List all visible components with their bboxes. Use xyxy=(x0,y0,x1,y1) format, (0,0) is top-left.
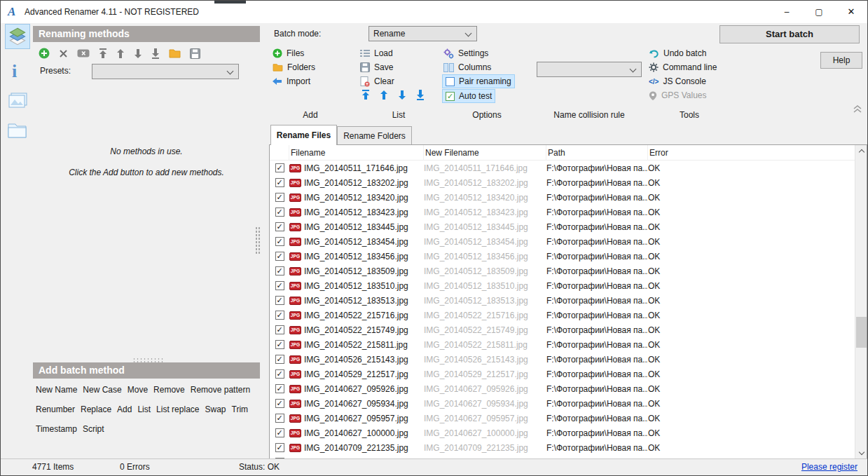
method-link-swap[interactable]: Swap xyxy=(205,404,226,414)
method-link-replace[interactable]: Replace xyxy=(81,404,111,414)
row-checkbox[interactable]: ✓ xyxy=(275,355,284,364)
header-checkbox-column[interactable] xyxy=(270,145,289,161)
save-preset-icon[interactable] xyxy=(190,48,200,59)
undo-batch-button[interactable]: Undo batch xyxy=(649,47,706,60)
presets-select[interactable] xyxy=(92,64,239,79)
table-row[interactable]: ✓ JPG IMG_20140627_095934.jpg IMG_201406… xyxy=(270,396,855,411)
row-checkbox[interactable]: ✓ xyxy=(275,193,284,202)
start-batch-button[interactable]: Start batch xyxy=(719,25,860,43)
table-row[interactable]: ✓ JPG IMG_20140627_095926.jpg IMG_201406… xyxy=(270,381,855,396)
scroll-down-button[interactable] xyxy=(855,447,867,459)
list-move-down-icon[interactable] xyxy=(398,90,406,100)
command-line-button[interactable]: Command line xyxy=(649,61,717,74)
table-row[interactable]: ✓ JPG IMG_20140512_183445.jpg IMG_201405… xyxy=(270,219,855,234)
auto-test-toggle[interactable]: ✓ Auto test xyxy=(442,89,495,103)
panel-splitter-handle[interactable] xyxy=(132,358,163,362)
row-checkbox[interactable]: ✓ xyxy=(275,296,284,305)
header-new-filename[interactable]: New Filename xyxy=(424,145,546,161)
row-checkbox[interactable]: ✓ xyxy=(275,340,284,349)
collapse-toolbar-icon[interactable] xyxy=(853,104,862,114)
settings-button[interactable]: Settings xyxy=(443,47,488,60)
table-row[interactable]: ✓ JPG IMG_20140526_215143.jpg IMG_201405… xyxy=(270,352,855,367)
vertical-splitter-handle[interactable] xyxy=(255,226,260,254)
list-move-up-icon[interactable] xyxy=(380,90,388,100)
header-filename[interactable]: Filename xyxy=(289,145,424,161)
clear-methods-icon[interactable] xyxy=(77,49,90,57)
table-row[interactable]: ✓ JPG IMG_20140512_183420.jpg IMG_201405… xyxy=(270,190,855,205)
add-method-icon[interactable] xyxy=(39,48,50,59)
list-save-button[interactable]: Save xyxy=(360,61,393,74)
method-link-new-name[interactable]: New Name xyxy=(36,385,77,395)
help-button[interactable]: Help xyxy=(820,52,862,69)
row-checkbox[interactable]: ✓ xyxy=(275,414,284,423)
row-checkbox[interactable]: ✓ xyxy=(275,369,284,379)
list-move-top-icon[interactable] xyxy=(361,90,370,100)
columns-button[interactable]: Columns xyxy=(443,61,491,74)
header-error[interactable]: Error xyxy=(648,145,867,161)
scroll-up-button[interactable] xyxy=(855,145,867,157)
minimize-button[interactable]: – xyxy=(771,1,803,23)
move-bottom-icon[interactable] xyxy=(151,48,160,59)
sidebar-tab-info[interactable]: i xyxy=(12,62,17,81)
row-checkbox[interactable]: ✓ xyxy=(275,428,284,437)
table-row[interactable]: ✓ JPG IMG_20140512_183423.jpg IMG_201405… xyxy=(270,205,855,219)
row-checkbox[interactable]: ✓ xyxy=(275,178,284,187)
js-console-button[interactable]: </> JS Console xyxy=(649,75,706,88)
header-path[interactable]: Path xyxy=(546,145,648,161)
table-row[interactable]: ✓ JPG IMG_20140512_183510.jpg IMG_201405… xyxy=(270,278,855,293)
name-collision-select[interactable] xyxy=(537,62,642,77)
add-files-button[interactable]: Files xyxy=(273,47,304,60)
table-row[interactable]: ✓ JPG IMG_20140512_183456.jpg IMG_201405… xyxy=(270,249,855,264)
method-link-new-case[interactable]: New Case xyxy=(83,385,121,395)
open-preset-icon[interactable] xyxy=(169,48,181,58)
move-top-icon[interactable] xyxy=(99,48,107,59)
gps-values-button[interactable]: GPS Values xyxy=(649,89,706,102)
table-row[interactable]: ✓ JPG IMG_20140512_183513.jpg IMG_201405… xyxy=(270,293,855,308)
list-load-button[interactable]: Load xyxy=(360,47,393,60)
sidebar-tab-methods[interactable] xyxy=(5,24,30,49)
vertical-scrollbar[interactable] xyxy=(855,145,867,459)
method-link-list[interactable]: List xyxy=(137,404,151,414)
method-link-remove-pattern[interactable]: Remove pattern xyxy=(191,385,250,395)
table-row[interactable]: ✓ JPG IMG_20140512_183202.jpg IMG_201405… xyxy=(270,175,855,190)
row-checkbox[interactable]: ✓ xyxy=(275,281,284,290)
sidebar-tab-folders[interactable] xyxy=(7,121,28,140)
move-up-icon[interactable] xyxy=(116,48,125,59)
tab-rename-files[interactable]: Rename Files xyxy=(270,125,337,145)
row-checkbox[interactable]: ✓ xyxy=(275,266,284,276)
batch-mode-select[interactable]: Rename xyxy=(368,26,477,41)
table-row[interactable]: ✓ JPG IMG_20140522_215749.jpg IMG_201405… xyxy=(270,322,855,337)
method-link-list-replace[interactable]: List replace xyxy=(156,404,199,414)
list-move-bottom-icon[interactable] xyxy=(416,90,425,100)
close-button[interactable]: ✕ xyxy=(835,1,867,23)
table-row[interactable]: ✓ JPG IMG_20140627_100000.jpg IMG_201406… xyxy=(270,426,855,440)
table-row[interactable]: ✓ JPG IMG_20140709_221235.jpg IMG_201407… xyxy=(270,440,855,455)
row-checkbox[interactable]: ✓ xyxy=(275,237,284,246)
table-row[interactable]: ✓ JPG IMG_20140627_095957.jpg IMG_201406… xyxy=(270,411,855,426)
sidebar-tab-images[interactable] xyxy=(7,92,28,110)
move-down-icon[interactable] xyxy=(134,48,142,59)
row-checkbox[interactable]: ✓ xyxy=(275,311,284,320)
list-clear-button[interactable]: Clear xyxy=(360,75,394,88)
import-button[interactable]: Import xyxy=(273,75,310,88)
please-register-link[interactable]: Please register xyxy=(801,459,857,475)
table-row[interactable]: ✓ JPG IMG_20140511_171646.jpg IMG_201405… xyxy=(270,161,855,175)
row-checkbox[interactable]: ✓ xyxy=(275,384,284,393)
table-row[interactable]: ✓ JPG IMG_20140529_212517.jpg IMG_201405… xyxy=(270,367,855,381)
tab-rename-folders[interactable]: Rename Folders xyxy=(337,126,412,145)
table-row[interactable]: ✓ JPG IMG_20140512_183509.jpg IMG_201405… xyxy=(270,264,855,278)
row-checkbox[interactable]: ✓ xyxy=(275,399,284,408)
method-link-add[interactable]: Add xyxy=(117,404,132,414)
row-checkbox[interactable]: ✓ xyxy=(275,163,284,172)
pair-renaming-toggle[interactable]: Pair renaming xyxy=(442,74,515,88)
row-checkbox[interactable]: ✓ xyxy=(275,222,284,231)
method-link-remove[interactable]: Remove xyxy=(153,385,185,395)
method-link-trim[interactable]: Trim xyxy=(232,404,249,414)
row-checkbox[interactable]: ✓ xyxy=(275,208,284,217)
row-checkbox[interactable]: ✓ xyxy=(275,443,284,452)
method-link-timestamp[interactable]: Timestamp xyxy=(36,424,77,434)
row-checkbox[interactable]: ✓ xyxy=(275,325,284,334)
method-link-move[interactable]: Move xyxy=(128,385,148,395)
maximize-button[interactable]: ▢ xyxy=(803,1,835,23)
row-checkbox[interactable]: ✓ xyxy=(275,252,284,261)
